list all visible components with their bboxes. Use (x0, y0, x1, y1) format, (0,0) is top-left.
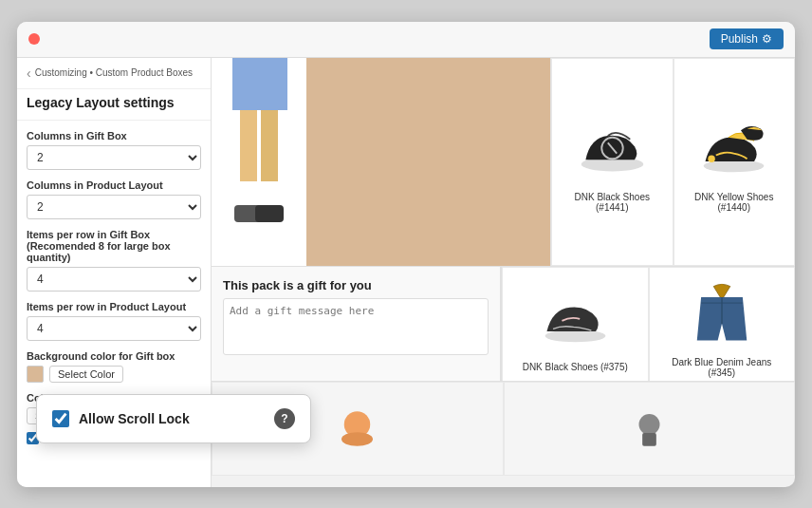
columns-gift-select[interactable]: 234 (27, 145, 201, 170)
yellow-shoe-svg-1440 (698, 118, 769, 179)
back-arrow-icon[interactable]: ‹ (27, 66, 31, 81)
gift-tan-block (306, 58, 550, 266)
gift-message-left: This pack is a gift for you (212, 267, 501, 381)
svg-rect-6 (255, 205, 284, 222)
product-img-375 (537, 280, 613, 356)
publish-button[interactable]: Publish ⚙ (710, 28, 784, 49)
product-name-345: Dark Blue Denim Jeans (#345) (657, 357, 787, 378)
product-grid-top: DNK Black Shoes (#1441) (550, 58, 795, 266)
product-grid-bottom: DNK Black Shoes (#375) (501, 267, 795, 381)
svg-rect-17 (642, 433, 656, 446)
product-cell-1441: DNK Black Shoes (#1441) (551, 58, 674, 266)
tooltip-help-icon[interactable]: ? (274, 408, 295, 429)
svg-point-10 (709, 155, 716, 162)
jeans-svg-345 (689, 280, 755, 347)
black-shoe-svg-375 (540, 288, 611, 349)
svg-point-15 (341, 432, 373, 446)
more-cell-2 (504, 382, 796, 476)
product-name-375: DNK Black Shoes (#375) (523, 362, 628, 372)
columns-product-select[interactable]: 234 (27, 195, 201, 219)
scroll-lock-tooltip: Allow Scroll Lock ? (36, 394, 311, 443)
svg-rect-2 (232, 58, 287, 110)
bg-color-row: Select Color (27, 366, 201, 383)
product-name-1440: DNK Yellow Shoes (#1440) (682, 192, 787, 213)
columns-product-label: Columns in Product Layout (27, 179, 201, 191)
product-name-1441: DNK Black Shoes (#1441) (560, 192, 665, 213)
columns-gift-label: Columns in Gift Box (27, 130, 201, 141)
bg-color-button[interactable]: Select Color (49, 366, 123, 383)
gift-message-textarea[interactable] (223, 298, 489, 355)
items-gift-label: Items per row in Gift Box (Recomended 8 … (27, 229, 201, 263)
gift-for-title: This pack is a gift for you (223, 278, 489, 292)
breadcrumb: Customizing • Custom Product Boxes (35, 67, 193, 78)
items-gift-select[interactable]: 4812 (27, 267, 201, 292)
product-cell-375: DNK Black Shoes (#375) (502, 267, 649, 386)
items-product-select[interactable]: 4812 (27, 316, 201, 341)
product-img-345 (684, 275, 760, 351)
product-thumb-1 (331, 403, 383, 455)
product-cell-345: Dark Blue Denim Jeans (#345) (649, 267, 796, 386)
tooltip-scroll-lock-label: Allow Scroll Lock (79, 411, 265, 426)
publish-label: Publish (721, 32, 758, 46)
main-window: Publish ⚙ ‹ Customizing • Custom Product… (17, 22, 795, 487)
person-shoe-image (212, 58, 306, 266)
product-img-1440 (696, 110, 772, 186)
bg-color-swatch (27, 366, 44, 383)
sidebar-nav: ‹ Customizing • Custom Product Boxes (17, 58, 211, 89)
top-bar: Publish ⚙ (17, 22, 795, 58)
sidebar-title: Legacy Layout settings (17, 89, 211, 121)
product-cell-1440: DNK Yellow Shoes (#1440) (674, 58, 796, 266)
bg-color-label: Background color for Gift box (27, 350, 201, 362)
gear-icon: ⚙ (762, 32, 772, 46)
tooltip-scroll-lock-checkbox[interactable] (52, 410, 69, 427)
gift-area: DNK Black Shoes (#1441) (212, 58, 795, 267)
gift-message-area: This pack is a gift for you (212, 267, 795, 381)
svg-point-11 (544, 329, 605, 342)
items-product-label: Items per row in Product Layout (27, 301, 201, 312)
svg-point-16 (638, 413, 659, 434)
product-thumb-2 (623, 403, 675, 455)
close-button[interactable] (28, 33, 40, 45)
product-img-1441 (574, 110, 650, 186)
gift-image-column (212, 58, 306, 266)
black-shoe-svg-1441 (577, 118, 648, 179)
